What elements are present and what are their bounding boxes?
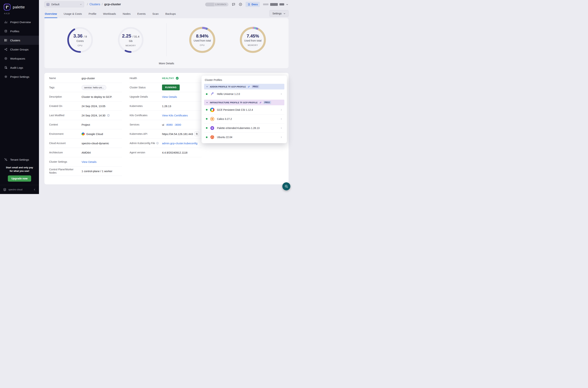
cluster-name-value: gcp-cluster (82, 77, 95, 80)
user-account-area[interactable] (263, 3, 289, 6)
health-status-value: HEALTHY (162, 77, 174, 80)
cluster-settings-view-details-link[interactable]: View Details (82, 160, 96, 163)
chevron-down-icon (206, 101, 208, 104)
chevron-down-icon (286, 3, 289, 6)
sidebar-item-label: Tenant Settings (10, 158, 29, 161)
service-port-8080-link[interactable]: :8080 (166, 123, 173, 126)
document-icon (248, 3, 250, 6)
app-version: 4.4.19 (0, 11, 39, 18)
sidebar-item-label: Profiles (10, 30, 19, 33)
infrastructure-profile-name: INFRASTRUCTURE PROFILE TF-GCP-PROFILE (210, 101, 258, 104)
redacted-block (263, 3, 269, 5)
memory-total-value: / 31.4 (133, 35, 139, 38)
chevron-right-icon (280, 127, 283, 129)
breadcrumb-clusters-link[interactable]: Clusters (89, 3, 100, 6)
sidebar-item-audit-logs[interactable]: Audit Logs (0, 63, 39, 72)
profile-item-name: Hello Universe 1.2.0 (217, 93, 240, 96)
memory-donut-label: MEMORY (248, 44, 258, 46)
tab-workloads[interactable]: Workloads (103, 9, 116, 18)
cluster-profiles-popup: Cluster Profiles ADDON PROFILE TF-GCP-PR… (202, 76, 287, 143)
palette-logo-icon (4, 4, 11, 11)
sidebar-item-label: Project Overview (10, 21, 31, 24)
detail-row-services: Services ui :8080 :3000 (130, 120, 202, 129)
sidebar-item-workspaces[interactable]: Workspaces (0, 54, 39, 63)
status-dot (206, 127, 207, 129)
link-icon[interactable] (259, 101, 262, 104)
info-icon[interactable] (156, 142, 159, 145)
search-fab-button[interactable] (282, 182, 290, 190)
profile-item-palette-extended-kubernetes[interactable]: Palette eXtended Kubernetes 1.28.13 (204, 123, 284, 133)
help-compass-icon[interactable] (239, 2, 242, 6)
info-icon[interactable] (107, 114, 110, 117)
sidebar-item-tenant-settings[interactable]: Tenant Settings (0, 155, 39, 164)
detail-row-description: Description Cluster to deploy to GCP. (49, 92, 122, 101)
addon-profile-header[interactable]: ADDON PROFILE TF-GCP-PROFILE PROJ (204, 84, 284, 89)
memory-gauge: 2.25 / 31.4 Gb MEMORY (116, 25, 146, 55)
more-details-button[interactable]: More Details (45, 60, 289, 68)
status-badge: RUNNING (162, 85, 180, 90)
chevron-right-icon (280, 109, 283, 111)
sidebar-item-profiles[interactable]: Profiles (0, 26, 39, 36)
tag-pill[interactable]: service: hello-uni... (82, 85, 106, 90)
project-selector[interactable]: Default (45, 1, 84, 7)
target-icon (4, 57, 8, 60)
profile-item-ubuntu[interactable]: Ubuntu 22.04 (204, 133, 284, 142)
breadcrumb: / Clusters / gcp-cluster (87, 2, 121, 6)
detail-row-health: Health HEALTHY (130, 73, 202, 83)
collapse-sidebar-icon[interactable] (33, 188, 36, 191)
status-dot (206, 136, 207, 138)
gce-persistent-disk-icon (210, 107, 215, 112)
cluster-tabs: Overview Usage & Costs Profile Workloads… (39, 9, 294, 18)
profile-item-name: GCE Persistent Disk CSI 1.12.4 (217, 108, 253, 111)
docs-button[interactable]: Docs (246, 2, 260, 7)
sidebar-item-clusters[interactable]: Clusters (0, 36, 39, 45)
tab-profile[interactable]: Profile (88, 9, 97, 18)
settings-button[interactable]: Settings (270, 10, 289, 17)
profile-item-hello-universe[interactable]: Hello Universe 1.2.0 (204, 89, 284, 98)
sidebar-item-project-settings[interactable]: Project Settings (0, 72, 39, 81)
tab-overview[interactable]: Overview (45, 9, 57, 18)
palette-kubernetes-icon (210, 126, 215, 130)
calico-icon (210, 117, 215, 121)
detail-row-cloud-account: Cloud Account spectro-cloud-dynamic (49, 139, 122, 148)
kubernetes-api-value: https://34.54.126.181:443 (162, 132, 193, 136)
detail-row-cluster-status: Cluster Status RUNNING (130, 83, 202, 92)
chevron-right-icon (280, 93, 283, 95)
tab-nodes[interactable]: Nodes (122, 9, 131, 18)
tab-scan[interactable]: Scan (152, 9, 159, 18)
architecture-value: AMD64 (82, 151, 91, 154)
link-icon[interactable] (248, 85, 250, 88)
sidebar-item-label: Audit Logs (10, 66, 23, 69)
profile-item-gce-disk-csi[interactable]: GCE Persistent Disk CSI 1.12.4 (204, 105, 284, 114)
redacted-block (270, 3, 278, 6)
spectro-cloud-brand: spectro cloud (8, 188, 23, 191)
status-dot (206, 93, 207, 95)
upgrade-now-button[interactable]: Upgrade now (8, 175, 31, 182)
popup-title: Cluster Profiles (205, 78, 284, 81)
detail-row-admin-kubeconfig: Admin Kubeconfig File admin.gcp-cluster.… (130, 139, 202, 148)
sidebar-item-project-overview[interactable]: Project Overview (0, 18, 39, 26)
check-circle-icon (176, 77, 179, 80)
cpu-total-value: / 8 (84, 35, 87, 38)
infrastructure-profile-header[interactable]: INFRASTRUCTURE PROFILE TF-GCP-PROFILE PR… (204, 100, 284, 105)
tab-backups[interactable]: Backups (165, 9, 176, 18)
tab-events[interactable]: Events (137, 9, 146, 18)
copy-icon[interactable] (195, 132, 199, 136)
project-scope-badge: PROJ (252, 85, 259, 88)
detail-row-tags: Tags service: hello-uni... (49, 83, 122, 92)
view-k8s-certificates-link[interactable]: View K8s Certificates (162, 114, 188, 117)
upgrade-view-details-link[interactable]: View Details (162, 95, 177, 98)
sidebar-item-cluster-groups[interactable]: Cluster Groups (0, 45, 39, 54)
utilization-card: 3.36 / 8 Cores CPU 2.25 / 31.4 (45, 18, 289, 68)
cpu-gauge-label: CPU (78, 45, 83, 47)
chat-icon[interactable] (232, 2, 235, 6)
service-port-3000-link[interactable]: :3000 (174, 123, 181, 126)
app-window: palette 4.4.19 Project Overview Profiles… (0, 0, 294, 194)
project-selector-value: Default (51, 3, 59, 6)
kubeconfig-download-link[interactable]: admin.gcp-cluster.kubeconfig (162, 142, 197, 145)
profile-item-calico[interactable]: Calico 3.27.2 (204, 114, 284, 123)
details-right-column: Health HEALTHY Cluster Status RUNNING Up… (130, 73, 202, 157)
layers-icon (4, 29, 8, 33)
tab-usage-costs[interactable]: Usage & Costs (63, 9, 82, 18)
agent-version-value: 4.4.9/20240912.1118 (162, 151, 187, 154)
